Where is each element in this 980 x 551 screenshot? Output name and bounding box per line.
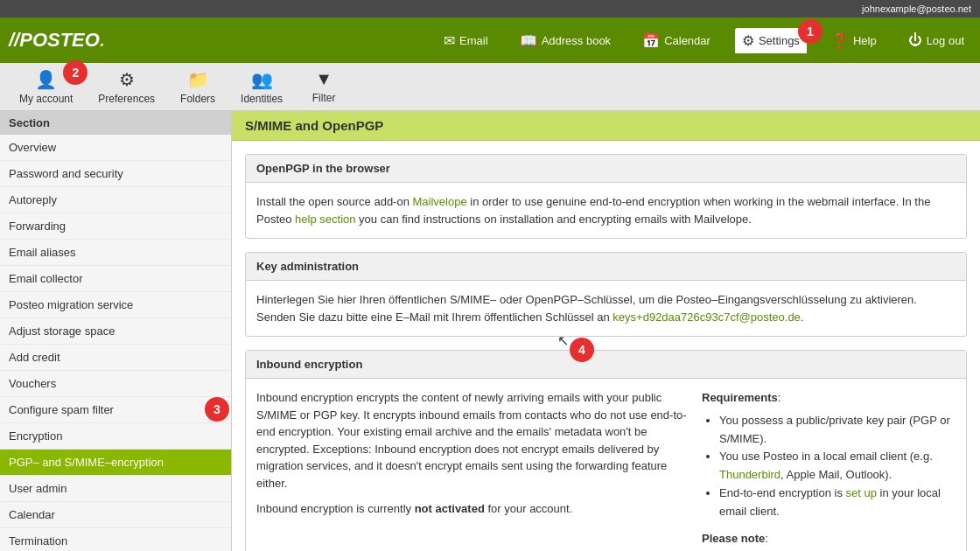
openpgp-browser-header: OpenPGP in the browser — [246, 155, 966, 183]
set-up-link[interactable]: set up — [846, 486, 877, 499]
key-administration-header: Key administration — [246, 253, 966, 281]
address-book-icon: 📖 — [520, 32, 537, 49]
sidebar: Section Overview Password and security A… — [0, 111, 232, 551]
sidebar-item-email-collector[interactable]: Email collector — [0, 266, 231, 292]
please-note-title: Please note — [702, 532, 765, 545]
content-area: S/MIME and OpenPGP OpenPGP in the browse… — [232, 111, 980, 551]
callout-4: 4 — [570, 338, 594, 362]
inbound-encryption-header: Inbound encryption — [246, 351, 966, 379]
my-account-icon: 👤 — [35, 69, 57, 90]
inbound-encryption-section: Inbound encryption Inbound encryption en… — [245, 350, 967, 551]
sidebar-item-email-aliases[interactable]: Email aliases — [0, 240, 231, 266]
key-administration-body: Hinterlegen Sie hier Ihren öffentlichen … — [246, 281, 966, 336]
toolbar-filter[interactable]: ▼ Filter — [298, 65, 350, 108]
main-layout: Section Overview Password and security A… — [0, 111, 980, 551]
nav-logout[interactable]: ⏻ Log out — [901, 28, 971, 52]
please-note: Please note: — [702, 530, 956, 548]
nav-email[interactable]: ✉ Email — [437, 28, 495, 53]
email-icon: ✉ — [444, 32, 455, 49]
sidebar-item-forwarding[interactable]: Forwarding — [0, 213, 231, 240]
content-header: S/MIME and OpenPGP — [232, 111, 980, 141]
callout-2: 2 — [63, 60, 88, 85]
key-administration-section: Key administration Hinterlegen Sie hier … — [245, 252, 967, 337]
sidebar-item-configure-spam[interactable]: Configure spam filter 3 — [0, 397, 231, 423]
sidebar-item-encryption[interactable]: Encryption — [0, 423, 231, 450]
toolbar: 👤 My account 2 ⚙ Preferences 📁 Folders 👥… — [0, 63, 980, 111]
toolbar-folders[interactable]: 📁 Folders — [170, 65, 226, 109]
sidebar-section-header: Section — [0, 111, 231, 135]
requirement-2: You use Posteo in a local email client (… — [719, 448, 956, 485]
sidebar-item-calendar[interactable]: Calendar — [0, 502, 231, 528]
user-email: johnexample@posteo.net — [862, 3, 971, 14]
openpgp-browser-body: Install the open source add-on Mailvelop… — [246, 183, 966, 238]
requirement-3: End-to-end encryption is set up in your … — [719, 485, 956, 521]
sidebar-item-termination[interactable]: Termination — [0, 528, 231, 551]
inbound-description: Inbound encryption encrypts the content … — [256, 389, 689, 492]
content-body: OpenPGP in the browser Install the open … — [232, 141, 980, 551]
requirements-col: Requirements: You possess a public/priva… — [702, 389, 956, 551]
filter-icon: ▼ — [315, 69, 332, 89]
logout-icon: ⏻ — [908, 32, 922, 48]
sidebar-item-adjust-storage[interactable]: Adjust storage space — [0, 318, 231, 345]
callout-3: 3 — [205, 397, 229, 422]
nav-calendar[interactable]: 📅 Calendar — [635, 28, 718, 53]
identities-icon: 👥 — [251, 69, 273, 90]
not-activated-text: not activated — [415, 502, 485, 515]
mailvelope-link[interactable]: Mailvelope — [413, 195, 467, 208]
sidebar-item-user-admin[interactable]: User admin — [0, 476, 231, 502]
sidebar-item-overview[interactable]: Overview — [0, 135, 231, 161]
sidebar-item-vouchers[interactable]: Vouchers — [0, 371, 231, 397]
help-section-link[interactable]: help section — [295, 213, 355, 226]
sidebar-item-password-security[interactable]: Password and security — [0, 161, 231, 187]
requirement-1: You possess a public/private key pair (P… — [719, 412, 956, 449]
settings-icon: ⚙ — [742, 32, 754, 49]
help-icon: ❓ — [831, 32, 849, 49]
sidebar-item-pgp-smime[interactable]: PGP– and S/MIME–encryption — [0, 450, 231, 476]
key-email-link[interactable]: keys+d92daa726c93c7cf@posteo.de — [612, 310, 801, 324]
inbound-status: Inbound encryption is currently not acti… — [256, 500, 689, 518]
inbound-encryption-body: Inbound encryption encrypts the content … — [246, 379, 966, 551]
toolbar-my-account[interactable]: 👤 My account 2 — [9, 65, 83, 109]
sidebar-item-autoreply[interactable]: Autoreply — [0, 187, 231, 213]
thunderbird-link[interactable]: Thunderbird — [719, 468, 780, 481]
cursor-indicator: ↖ — [557, 331, 569, 352]
nav-bar: //POSTEO. ✉ Email 📖 Address book 📅 Calen… — [0, 17, 980, 63]
openpgp-browser-section: OpenPGP in the browser Install the open … — [245, 154, 967, 239]
top-bar: johnexample@posteo.net — [0, 0, 980, 17]
toolbar-identities[interactable]: 👥 Identities — [230, 65, 293, 109]
calendar-icon: 📅 — [642, 32, 660, 49]
nav-items: ✉ Email 📖 Address book 📅 Calendar ⚙ Sett… — [437, 28, 971, 53]
inbound-left-col: Inbound encryption encrypts the content … — [256, 389, 689, 551]
logo[interactable]: //POSTEO. — [9, 29, 105, 52]
toolbar-preferences[interactable]: ⚙ Preferences — [88, 65, 165, 109]
sidebar-item-add-credit[interactable]: Add credit — [0, 345, 231, 371]
nav-settings[interactable]: ⚙ Settings 1 — [735, 28, 807, 53]
callout-1: 1 — [798, 19, 822, 44]
requirements-list: You possess a public/private key pair (P… — [702, 412, 956, 521]
two-col-layout: Inbound encryption encrypts the content … — [256, 389, 956, 551]
nav-address-book[interactable]: 📖 Address book — [513, 28, 619, 53]
folders-icon: 📁 — [187, 69, 209, 90]
preferences-icon: ⚙ — [119, 69, 135, 90]
nav-help[interactable]: ❓ Help — [824, 28, 884, 53]
requirements-title: Requirements — [702, 391, 778, 404]
sidebar-item-posteo-migration[interactable]: Posteo migration service — [0, 292, 231, 318]
